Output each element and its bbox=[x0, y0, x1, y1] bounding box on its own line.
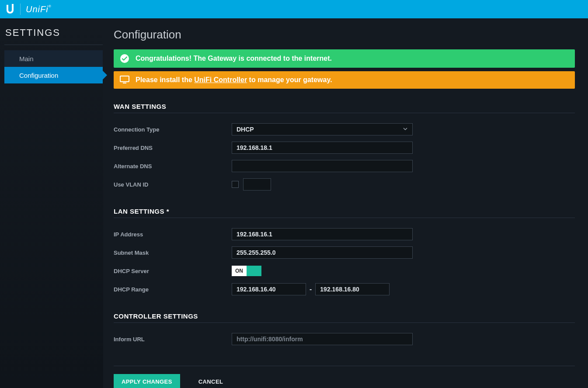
ubiquiti-logo-icon bbox=[5, 4, 15, 14]
label-preferred-dns: Preferred DNS bbox=[114, 145, 232, 151]
section-title-lan: LAN SETTINGS * bbox=[114, 208, 575, 215]
alert-warning: Please install the UniFi Controller to m… bbox=[114, 71, 575, 89]
connection-type-select-wrap: DHCP bbox=[232, 123, 413, 135]
alert-text-suffix: to manage your gateway. bbox=[247, 76, 332, 83]
section-title-wan: WAN SETTINGS bbox=[114, 103, 575, 110]
use-vlan-checkbox[interactable] bbox=[232, 181, 239, 188]
top-bar: UniFi® bbox=[0, 0, 588, 18]
label-connection-type: Connection Type bbox=[114, 126, 232, 133]
dhcp-server-toggle[interactable]: ON bbox=[232, 266, 261, 276]
sidebar: SETTINGS Main Configuration bbox=[0, 18, 103, 388]
alert-success: Congratulations! The Gateway is connecte… bbox=[114, 49, 575, 68]
cancel-button[interactable]: CANCEL bbox=[191, 374, 231, 388]
divider bbox=[4, 45, 103, 45]
unifi-controller-link[interactable]: UniFi Controller bbox=[194, 76, 247, 83]
svg-rect-2 bbox=[120, 76, 129, 82]
page-title: Configuration bbox=[114, 28, 575, 42]
label-subnet-mask: Subnet Mask bbox=[114, 249, 232, 256]
label-alternate-dns: Alternate DNS bbox=[114, 163, 232, 170]
label-dhcp-server: DHCP Server bbox=[114, 268, 232, 274]
sidebar-item-label: Configuration bbox=[19, 72, 58, 79]
divider bbox=[114, 322, 575, 323]
vlan-id-input[interactable] bbox=[243, 178, 271, 191]
apply-changes-button[interactable]: APPLY CHANGES bbox=[114, 374, 180, 388]
label-inform-url: Inform URL bbox=[114, 336, 232, 343]
svg-rect-3 bbox=[123, 83, 126, 83]
main-content: Configuration Congratulations! The Gatew… bbox=[103, 18, 588, 388]
section-title-controller: CONTROLLER SETTINGS bbox=[114, 312, 575, 320]
toggle-knob bbox=[247, 266, 261, 276]
range-separator: - bbox=[310, 285, 312, 293]
connection-type-select[interactable]: DHCP bbox=[232, 123, 413, 135]
sidebar-item-configuration[interactable]: Configuration bbox=[4, 67, 103, 83]
ip-address-input[interactable] bbox=[232, 228, 413, 240]
divider bbox=[114, 218, 575, 218]
check-circle-icon bbox=[120, 54, 129, 63]
preferred-dns-input[interactable] bbox=[232, 142, 413, 154]
svg-rect-0 bbox=[12, 4, 14, 6]
divider bbox=[114, 366, 575, 366]
alert-text: Please install the UniFi Controller to m… bbox=[136, 76, 332, 84]
label-dhcp-range: DHCP Range bbox=[114, 286, 232, 293]
label-ip-address: IP Address bbox=[114, 231, 232, 238]
sidebar-item-main[interactable]: Main bbox=[4, 50, 103, 67]
sidebar-title: SETTINGS bbox=[4, 27, 103, 45]
unifi-logo: UniFi® bbox=[26, 4, 52, 14]
inform-url-input[interactable] bbox=[232, 333, 413, 345]
subnet-mask-input[interactable] bbox=[232, 246, 413, 259]
sidebar-item-label: Main bbox=[19, 55, 34, 62]
install-icon bbox=[120, 76, 129, 84]
dhcp-range-start-input[interactable] bbox=[232, 283, 306, 295]
label-use-vlan: Use VLAN ID bbox=[114, 181, 232, 188]
alert-text-prefix: Please install the bbox=[136, 76, 194, 83]
toggle-label: ON bbox=[232, 268, 247, 274]
divider bbox=[20, 3, 21, 15]
divider bbox=[114, 113, 575, 113]
dhcp-range-end-input[interactable] bbox=[315, 283, 390, 295]
alert-text: Congratulations! The Gateway is connecte… bbox=[136, 55, 332, 62]
alternate-dns-input[interactable] bbox=[232, 160, 413, 172]
